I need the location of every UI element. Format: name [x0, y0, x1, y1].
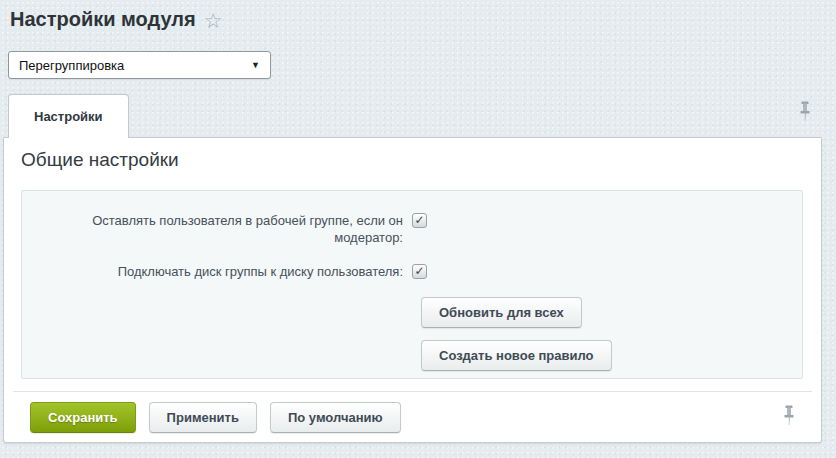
chevron-down-icon: ▼: [251, 61, 260, 70]
page-title: Настройки модуля ☆: [10, 8, 223, 31]
settings-panel: Общие настройки Оставлять пользователя в…: [3, 137, 822, 443]
module-settings-page: { "icons": { "star": "☆", "caret": "▼", …: [0, 0, 836, 458]
section-title: Общие настройки: [21, 149, 179, 171]
keep-moderator-checkbox[interactable]: ✓: [412, 213, 427, 228]
pin-icon-glyph: [798, 101, 812, 122]
inline-action-buttons: Обновить для всех Создать новое правило: [421, 297, 802, 371]
save-button[interactable]: Сохранить: [30, 402, 136, 433]
module-select-value: Перегруппировка: [19, 58, 124, 73]
favorite-star-icon[interactable]: ☆: [204, 10, 223, 31]
setting-label: Подключать диск группы к диску пользоват…: [22, 263, 412, 280]
setting-row-keep-moderator: Оставлять пользователя в рабочей группе,…: [22, 212, 802, 246]
pin-icon-glyph: [782, 405, 796, 426]
panel-footer: Сохранить Применить По умолчанию: [13, 391, 812, 442]
setting-label: Оставлять пользователя в рабочей группе,…: [22, 212, 412, 246]
create-new-rule-button[interactable]: Создать новое правило: [421, 340, 612, 371]
default-button[interactable]: По умолчанию: [270, 402, 401, 433]
setting-row-connect-disk: Подключать диск группы к диску пользоват…: [22, 263, 802, 280]
update-for-all-button[interactable]: Обновить для всех: [421, 297, 582, 328]
page-title-text: Настройки модуля: [10, 8, 196, 31]
pin-icon[interactable]: [782, 405, 796, 426]
tab-bar: Настройки: [8, 94, 129, 138]
apply-button[interactable]: Применить: [149, 402, 257, 433]
connect-disk-checkbox[interactable]: ✓: [412, 264, 427, 279]
module-select[interactable]: Перегруппировка ▼: [8, 51, 271, 79]
tab-settings[interactable]: Настройки: [8, 94, 129, 138]
pin-icon[interactable]: [798, 101, 812, 122]
settings-box: Оставлять пользователя в рабочей группе,…: [21, 190, 803, 379]
